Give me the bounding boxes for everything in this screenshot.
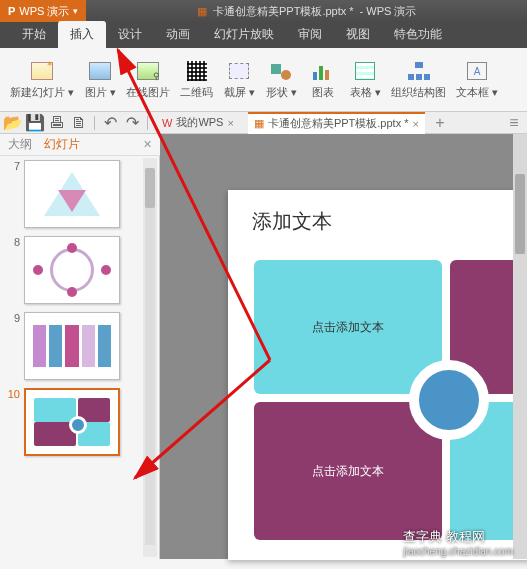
app-menu-dropdown[interactable]: ▾ (73, 6, 78, 16)
dropdown-icon: ▾ (249, 86, 255, 98)
dropdown-icon: ▾ (110, 86, 116, 98)
ribbon: 新建幻灯片 ▾ 图片 ▾ 在线图片 二维码 截屏 ▾ 形状 ▾ 图表 表格 ▾ … (0, 48, 527, 112)
app-name: WPS 演示 (19, 4, 69, 19)
wps-logo-icon: W (162, 117, 172, 129)
tab-list-icon[interactable]: ≡ (507, 116, 521, 130)
ribbon-new-slide[interactable]: 新建幻灯片 ▾ (6, 57, 78, 102)
tab-design[interactable]: 设计 (106, 21, 154, 48)
print-icon[interactable]: 🖶 (50, 116, 64, 130)
ribbon-chart[interactable]: 图表 (303, 57, 343, 102)
dropdown-icon: ▾ (375, 86, 381, 98)
slide-mini (24, 388, 120, 456)
thumbnails-panel: 7 8 9 10 (0, 156, 160, 559)
watermark: 查字典 教程网 jiaocheng.chazidian.com (403, 528, 513, 557)
thumbnails-scrollbar[interactable] (143, 158, 157, 557)
scrollbar-handle[interactable] (515, 174, 525, 254)
panel-tab-slides[interactable]: 幻灯片 (44, 136, 80, 153)
quad-top-left[interactable]: 点击添加文本 (254, 260, 442, 394)
title-suffix: - WPS 演示 (360, 4, 417, 19)
title-center: ▦ 卡通创意精美PPT模板.pptx * - WPS 演示 (86, 4, 527, 19)
slide-mini (24, 236, 120, 304)
tab-features[interactable]: 特色功能 (382, 21, 454, 48)
separator (147, 116, 148, 130)
open-icon[interactable]: 📂 (6, 116, 20, 130)
tab-insert[interactable]: 插入 (58, 21, 106, 48)
tab-animation[interactable]: 动画 (154, 21, 202, 48)
panel-close-icon[interactable]: ✕ (143, 138, 152, 151)
doc-icon: ▦ (197, 5, 207, 18)
menu-tabs: 开始 插入 设计 动画 幻灯片放映 审阅 视图 特色功能 (0, 22, 527, 48)
slide-mini (24, 312, 120, 380)
slide-title[interactable]: 添加文本 (252, 208, 332, 235)
slide-thumb-8[interactable]: 8 (0, 232, 159, 308)
close-icon[interactable]: × (227, 117, 233, 129)
ribbon-shapes[interactable]: 形状 ▾ (261, 57, 301, 102)
separator (94, 116, 95, 130)
redo-icon[interactable]: ↷ (125, 116, 139, 130)
quad-shapes: 点击添加文本 点击添加文本 (254, 260, 527, 540)
undo-icon[interactable]: ↶ (103, 116, 117, 130)
ribbon-orgchart[interactable]: 组织结构图 (387, 57, 450, 102)
tab-start[interactable]: 开始 (10, 21, 58, 48)
tab-view[interactable]: 视图 (334, 21, 382, 48)
slide-thumb-7[interactable]: 7 (0, 156, 159, 232)
ribbon-textbox[interactable]: 文本框 ▾ (452, 57, 502, 102)
new-tab-icon[interactable]: + (433, 116, 447, 130)
tab-review[interactable]: 审阅 (286, 21, 334, 48)
save-icon[interactable]: 💾 (28, 116, 42, 130)
slide-mini (24, 160, 120, 228)
quad-bottom-left[interactable]: 点击添加文本 (254, 402, 442, 540)
current-slide[interactable]: 添加文本 点击添加文本 点击添加文本 (228, 190, 527, 560)
slide-thumb-9[interactable]: 9 (0, 308, 159, 384)
app-badge[interactable]: P WPS 演示 ▾ (0, 0, 86, 22)
slide-thumb-10[interactable]: 10 (0, 384, 159, 460)
ribbon-qrcode[interactable]: 二维码 (176, 57, 217, 102)
panel-header: 大纲 幻灯片 ✕ (0, 134, 160, 156)
close-icon[interactable]: × (412, 118, 418, 130)
center-circle[interactable] (409, 360, 489, 440)
dropdown-icon: ▾ (492, 86, 498, 98)
title-doc: 卡通创意精美PPT模板.pptx * (213, 4, 354, 19)
dropdown-icon: ▾ (291, 86, 297, 98)
scrollbar-handle[interactable] (145, 168, 155, 208)
wps-logo: P (8, 5, 15, 17)
slide-canvas[interactable]: 添加文本 点击添加文本 点击添加文本 查字典 教程网 jiaocheng.cha… (160, 134, 527, 559)
ribbon-screenshot[interactable]: 截屏 ▾ (219, 57, 259, 102)
tab-slideshow[interactable]: 幻灯片放映 (202, 21, 286, 48)
quick-access-bar: 📂 💾 🖶 🗎 ↶ ↷ W 我的WPS × ▦ 卡通创意精美PPT模板.pptx… (0, 112, 527, 134)
document-tab[interactable]: ▦ 卡通创意精美PPT模板.pptx * × (248, 112, 425, 134)
my-wps-tab[interactable]: W 我的WPS × (156, 112, 240, 134)
panel-tab-outline[interactable]: 大纲 (8, 136, 32, 153)
ppt-icon: ▦ (254, 117, 264, 130)
ribbon-table[interactable]: 表格 ▾ (345, 57, 385, 102)
titlebar: P WPS 演示 ▾ ▦ 卡通创意精美PPT模板.pptx * - WPS 演示 (0, 0, 527, 22)
canvas-scrollbar[interactable] (513, 134, 527, 559)
ribbon-image[interactable]: 图片 ▾ (80, 57, 120, 102)
ribbon-online-image[interactable]: 在线图片 (122, 57, 174, 102)
dropdown-icon: ▾ (68, 86, 74, 98)
print-preview-icon[interactable]: 🗎 (72, 116, 86, 130)
